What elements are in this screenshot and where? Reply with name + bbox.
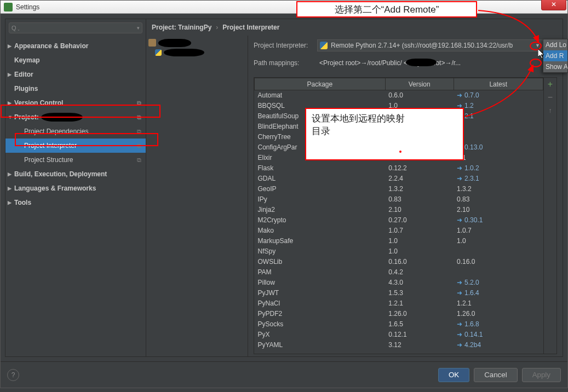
apply-button[interactable]: Apply [522, 368, 561, 382]
table-row[interactable]: Mako1.0.71.0.7 [255, 226, 543, 236]
cell-version: 3.12 [385, 340, 454, 350]
search-input[interactable]: Q ˯ ▾ [9, 22, 142, 33]
sidebar-item-project-[interactable]: ▼Project:⧉ [5, 110, 146, 124]
window-close-button[interactable]: ✕ [541, 0, 566, 10]
remove-package-button[interactable]: − [546, 93, 555, 102]
table-row[interactable]: GeoIP1.3.21.3.2 [255, 184, 543, 194]
table-row[interactable]: IPy0.830.83 [255, 194, 543, 205]
scope-icon: ⧉ [137, 142, 141, 149]
cell-latest: ➜1.6.4 [454, 288, 543, 298]
col-version[interactable]: Version [385, 78, 454, 90]
sidebar: Q ˯ ▾ ▶Appearance & BehaviorKeymap▶Edito… [5, 19, 146, 357]
table-row[interactable]: MarkupSafe1.01.0 [255, 236, 543, 246]
cell-latest: 2.10 [454, 205, 543, 215]
pathmap-value-wrap: <Project root>→/root/Public/ <Project ro… [317, 57, 543, 69]
sidebar-item-tools[interactable]: ▶Tools [5, 195, 146, 210]
redacted [41, 113, 83, 122]
sidebar-item-build-execution-deployment[interactable]: ▶Build, Execution, Deployment [5, 167, 146, 181]
cell-version: 1.0.7 [385, 226, 454, 236]
cell-latest: ➜0.13.0 [454, 142, 543, 153]
table-row[interactable]: PySocks1.6.5➜1.6.8 [255, 319, 543, 330]
table-row[interactable]: Automat0.6.0➜0.7.0 [255, 90, 543, 101]
expand-arrow-icon: ▶ [8, 43, 12, 49]
table-row[interactable]: Pillow4.3.0➜5.2.0 [255, 278, 543, 288]
pathmap-value: <Project root>→/root/Public/ <Project ro… [319, 59, 461, 67]
table-row[interactable]: PAM0.4.2 [255, 267, 543, 278]
menu-add-local[interactable]: Add Lo [543, 39, 567, 50]
interpreter-row: Project Interpreter: Remote Python 2.7.1… [254, 38, 557, 53]
table-row[interactable]: PyX0.12.1➜0.14.1 [255, 330, 543, 340]
cell-version: 2.10 [385, 205, 454, 215]
cell-latest [454, 246, 543, 257]
window-title: Settings [16, 3, 39, 11]
sidebar-item-label: Build, Execution, Deployment [14, 170, 107, 178]
table-row[interactable]: PyYAML3.12➜4.2b4 [255, 340, 543, 350]
sidebar-item-plugins[interactable]: Plugins [5, 82, 146, 96]
cell-package: Mako [255, 226, 386, 236]
table-row[interactable]: Flask0.12.2➜1.0.2 [255, 163, 543, 174]
cell-version: 4.3.0 [385, 278, 454, 288]
upgrade-arrow-icon: ➜ [457, 175, 462, 182]
cell-latest: ➜5.2.0 [454, 278, 543, 288]
add-package-button[interactable]: + [546, 80, 555, 89]
mouse-cursor [538, 49, 546, 60]
redacted [406, 59, 437, 66]
cell-latest: ➜2.3.1 [454, 174, 543, 184]
upgrade-arrow-icon: ➜ [457, 320, 462, 328]
file-tree[interactable] [146, 36, 248, 356]
cell-latest: 1.26.0 [454, 309, 543, 319]
col-package[interactable]: Package [255, 78, 386, 90]
sidebar-item-project-structure[interactable]: Project Structure⧉ [5, 153, 146, 167]
upgrade-arrow-icon: ➜ [457, 216, 462, 224]
scope-icon: ⧉ [137, 100, 141, 107]
menu-show-all[interactable]: Show A [543, 61, 567, 72]
sidebar-item-label: Languages & Frameworks [14, 185, 96, 192]
chevron-down-icon[interactable]: ▼ [535, 43, 540, 48]
body: Q ˯ ▾ ▶Appearance & BehaviorKeymap▶Edito… [1, 14, 567, 361]
table-row[interactable]: PyPDF21.26.01.26.0 [255, 309, 543, 319]
interpreter-dropdown[interactable]: Remote Python 2.7.14+ (ssh://root@192.16… [317, 39, 543, 51]
sidebar-item-keymap[interactable]: Keymap [5, 53, 146, 67]
breadcrumb-project: Project: TrainingPy [152, 24, 211, 31]
sidebar-item-languages-frameworks[interactable]: ▶Languages & Frameworks [5, 181, 146, 195]
cell-latest: ➜4.2b4 [454, 340, 543, 350]
sidebar-item-appearance-behavior[interactable]: ▶Appearance & Behavior [5, 39, 146, 53]
expand-arrow-icon: ▼ [8, 114, 13, 120]
upgrade-package-button[interactable]: ↑ [546, 106, 555, 115]
sidebar-item-project-dependencies[interactable]: Project Dependencies⧉ [5, 124, 146, 139]
cell-package: PyPDF2 [255, 309, 386, 319]
table-row[interactable]: OWSLib0.16.00.16.0 [255, 257, 543, 267]
sidebar-item-version-control[interactable]: ▶Version Control⧉ [5, 96, 146, 110]
table-row[interactable]: Jinja22.102.10 [255, 205, 543, 215]
python-icon [320, 42, 328, 49]
table-row[interactable]: PyNaCl1.2.11.2.1 [255, 298, 543, 309]
table-row[interactable]: PyJWT1.5.3➜1.6.4 [255, 288, 543, 298]
cell-latest: ➜0.7.0 [454, 90, 543, 101]
cancel-button[interactable]: Cancel [474, 368, 518, 382]
ok-button[interactable]: OK [438, 368, 469, 382]
interpreter-config-menu[interactable]: Add Lo Add R Show A [543, 39, 568, 73]
col-latest[interactable]: Latest [454, 78, 543, 90]
python-icon [155, 49, 162, 56]
cell-latest [454, 122, 543, 132]
sidebar-item-project-interpreter[interactable]: Project Interpreter⧉ [5, 139, 146, 153]
menu-add-remote[interactable]: Add R [543, 50, 567, 61]
table-row[interactable]: M2Crypto0.27.0➜0.30.1 [255, 215, 543, 226]
cell-version: 0.16.0 [385, 257, 454, 267]
cell-version: 2.2.4 [385, 174, 454, 184]
annotation-2: 设置本地到远程的映射 目录 [305, 108, 464, 160]
search-icon: Q [12, 25, 16, 31]
sidebar-item-label: Tools [14, 199, 31, 206]
cell-latest: 1.0.7 [454, 226, 543, 236]
upgrade-arrow-icon: ➜ [457, 341, 462, 349]
help-button[interactable]: ? [7, 369, 19, 381]
interpreter-label: Project Interpreter: [254, 42, 317, 49]
table-row[interactable]: GDAL2.2.4➜2.3.1 [255, 174, 543, 184]
cell-package: IPy [255, 194, 386, 205]
cell-version: 1.6.5 [385, 319, 454, 330]
settings-tree[interactable]: ▶Appearance & BehaviorKeymap▶EditorPlugi… [5, 37, 146, 356]
sidebar-item-editor[interactable]: ▶Editor [5, 67, 146, 82]
cell-version: 0.12.2 [385, 163, 454, 174]
table-row[interactable]: NfSpy1.0 [255, 246, 543, 257]
breadcrumb-sep: › [216, 24, 218, 31]
